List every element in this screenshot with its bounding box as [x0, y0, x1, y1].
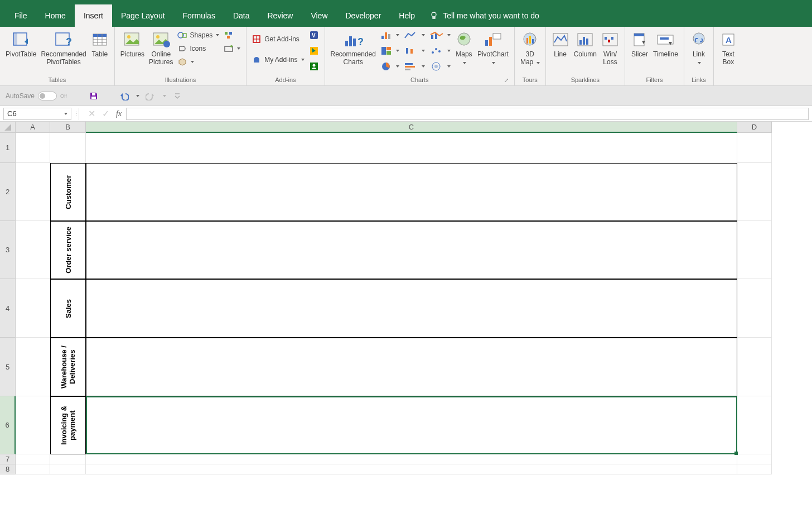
select-all-corner[interactable] — [0, 122, 16, 133]
row-header-2[interactable]: 2 — [0, 163, 16, 221]
tab-review[interactable]: Review — [259, 4, 302, 27]
name-box[interactable]: C6 — [3, 108, 71, 120]
cell[interactable] — [16, 464, 50, 474]
cell[interactable] — [737, 454, 772, 464]
tab-developer[interactable]: Developer — [337, 4, 390, 27]
tab-insert[interactable]: Insert — [75, 4, 112, 27]
screenshot-button[interactable] — [224, 42, 240, 55]
my-addins-button[interactable]: My Add-ins — [252, 54, 304, 66]
cell[interactable] — [16, 396, 50, 454]
link-button[interactable]: Link — [688, 29, 710, 67]
line-chart-button[interactable] — [404, 29, 425, 41]
surface-chart-button[interactable] — [429, 60, 451, 73]
qat-customize[interactable] — [171, 89, 184, 103]
cell[interactable] — [737, 396, 772, 454]
swimlane-label-cell[interactable]: Invoicing & payment — [50, 396, 86, 454]
tell-me-search[interactable]: Tell me what you want to do — [429, 11, 539, 20]
tab-formulas[interactable]: Formulas — [174, 4, 224, 27]
row-header-7[interactable]: 7 — [0, 454, 16, 464]
slicer-button[interactable]: Slicer — [629, 29, 651, 59]
cell[interactable] — [86, 133, 737, 163]
cell[interactable] — [737, 464, 772, 474]
column-header-D[interactable]: D — [737, 122, 772, 133]
fx-icon[interactable]: fx — [116, 109, 122, 118]
smartart-button[interactable] — [224, 29, 240, 41]
redo-dropdown[interactable] — [163, 95, 166, 97]
pictures-button[interactable]: Pictures — [118, 29, 147, 59]
cell[interactable] — [86, 454, 737, 464]
swimlane-label-cell[interactable]: Customer — [50, 163, 86, 221]
cell[interactable] — [50, 133, 86, 163]
cell[interactable] — [16, 279, 50, 338]
bar-chart-button[interactable] — [404, 60, 425, 73]
cell[interactable] — [16, 221, 50, 279]
column-header-C[interactable]: C — [86, 122, 737, 133]
pivottable-button[interactable]: PivotTable — [3, 29, 38, 59]
cell[interactable] — [737, 221, 772, 279]
tab-home[interactable]: Home — [36, 4, 75, 27]
get-addins-button[interactable]: Get Add-ins — [252, 33, 304, 45]
recommended-pivottables-button[interactable]: ?Recommended PivotTables — [38, 29, 88, 67]
textbox-button[interactable]: AText Box — [717, 29, 740, 67]
3d-map-button[interactable]: 3D Map — [518, 29, 542, 67]
swimlane-label-cell[interactable]: Sales — [50, 279, 86, 338]
redo-button[interactable] — [144, 89, 157, 103]
cell[interactable] — [16, 338, 50, 396]
tab-view[interactable]: View — [302, 4, 336, 27]
sparkline-winloss-button[interactable]: Win/ Loss — [599, 29, 621, 67]
column-header-B[interactable]: B — [50, 122, 86, 133]
cell[interactable] — [737, 279, 772, 338]
enter-formula-icon[interactable]: ✓ — [102, 108, 109, 119]
cancel-formula-icon[interactable]: ✕ — [88, 108, 95, 119]
cell[interactable] — [16, 133, 50, 163]
recommended-charts-button[interactable]: ?Recommended Charts — [328, 29, 378, 67]
cell[interactable] — [50, 454, 86, 464]
hierarchy-chart-button[interactable] — [380, 45, 399, 57]
cell[interactable] — [737, 338, 772, 396]
tab-data[interactable]: Data — [224, 4, 259, 27]
save-button[interactable] — [87, 89, 100, 103]
online-pictures-button[interactable]: Online Pictures — [147, 29, 175, 67]
cell[interactable] — [16, 454, 50, 464]
swimlane-body-cell[interactable] — [86, 396, 737, 454]
swimlane-label-cell[interactable]: Order service — [50, 221, 86, 279]
cell[interactable] — [50, 464, 86, 474]
autosave-toggle[interactable]: AutoSaveOff — [6, 92, 67, 100]
row-header-6[interactable]: 6 — [0, 396, 16, 454]
maps-button[interactable]: Maps — [453, 29, 475, 67]
cell[interactable] — [86, 464, 737, 474]
row-header-5[interactable]: 5 — [0, 338, 16, 396]
swimlane-body-cell[interactable] — [86, 279, 737, 338]
people-addin-button[interactable] — [309, 60, 319, 73]
table-button[interactable]: Table — [89, 29, 111, 59]
swimlane-label-cell[interactable]: Warehouse / Deliveries — [50, 338, 86, 396]
pie-chart-button[interactable] — [380, 60, 399, 73]
spreadsheet-grid[interactable]: ABCD 12345678 CustomerOrder serviceSales… — [0, 122, 812, 474]
swimlane-body-cell[interactable] — [86, 163, 737, 221]
bing-addin-button[interactable] — [309, 45, 319, 57]
swimlane-body-cell[interactable] — [86, 221, 737, 279]
tab-pagelayout[interactable]: Page Layout — [112, 4, 174, 27]
3dmodels-button[interactable] — [177, 56, 219, 68]
tab-help[interactable]: Help — [390, 4, 424, 27]
cell[interactable] — [16, 163, 50, 221]
undo-button[interactable] — [117, 89, 130, 103]
shapes-button[interactable]: Shapes — [177, 29, 219, 41]
undo-dropdown[interactable] — [136, 95, 139, 97]
row-header-1[interactable]: 1 — [0, 133, 16, 163]
row-header-3[interactable]: 3 — [0, 221, 16, 279]
sparkline-column-button[interactable]: Column — [572, 29, 599, 59]
cell[interactable] — [737, 163, 772, 221]
formula-input[interactable] — [126, 108, 809, 120]
column-header-A[interactable]: A — [16, 122, 50, 133]
pivotchart-button[interactable]: PivotChart — [475, 29, 511, 67]
icons-button[interactable]: Icons — [177, 42, 219, 55]
sparkline-line-button[interactable]: Line — [549, 29, 572, 59]
tab-file[interactable]: File — [6, 4, 36, 27]
swimlane-body-cell[interactable] — [86, 338, 737, 396]
area-chart-button[interactable] — [429, 29, 451, 41]
row-header-8[interactable]: 8 — [0, 464, 16, 474]
column-chart-button[interactable] — [380, 29, 399, 41]
timeline-button[interactable]: Timeline — [651, 29, 680, 59]
row-header-4[interactable]: 4 — [0, 279, 16, 338]
